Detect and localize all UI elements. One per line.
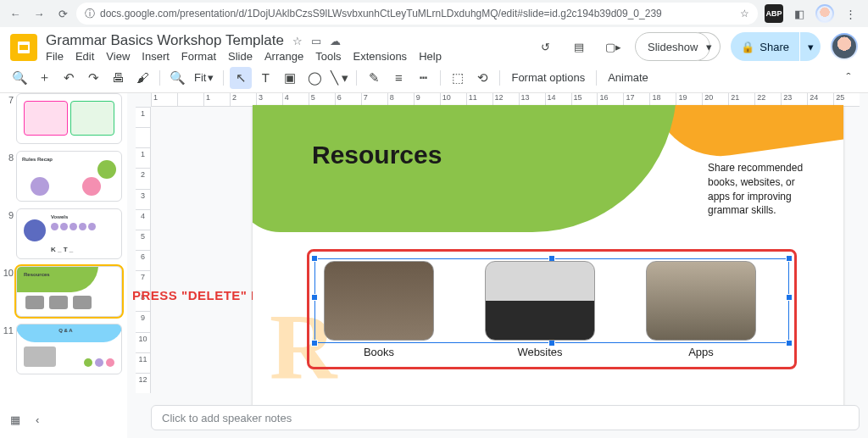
card-image[interactable]: [485, 261, 595, 341]
menu-arrange[interactable]: Arrange: [264, 50, 303, 63]
border-weight-button[interactable]: ≡: [387, 67, 409, 89]
thumb-num: 7: [2, 93, 14, 105]
menu-insert[interactable]: Insert: [142, 50, 170, 63]
selection-handle[interactable]: [311, 340, 318, 347]
app-header: Grammar Basics Workshop Template ☆ ▭ ☁ F…: [0, 27, 868, 63]
reload-button[interactable]: ⟳: [53, 3, 73, 24]
thumb-num: 10: [2, 266, 14, 278]
card-row: Books Websites Apps: [324, 261, 756, 358]
card-label: Apps: [646, 346, 756, 358]
new-slide-button[interactable]: ＋: [33, 67, 55, 89]
menu-help[interactable]: Help: [419, 50, 442, 63]
zoom-select[interactable]: Fit ▾: [191, 71, 217, 84]
selection-handle[interactable]: [786, 294, 793, 301]
meet-icon[interactable]: ▢▸: [601, 35, 625, 58]
toolbar: 🔍 ＋ ↶ ↷ 🖶 🖌 🔍 Fit ▾ ↖ T ▣ ◯ ╲ ▾ ✎ ≡ ┅ ⬚ …: [0, 63, 868, 93]
puzzle-icon[interactable]: ◧: [790, 4, 809, 23]
card-websites[interactable]: Websites: [485, 261, 595, 358]
thumb-num: 8: [2, 151, 14, 163]
thumb-num: 9: [2, 208, 14, 220]
slide-canvas[interactable]: Resources Share recommended books, websi…: [253, 105, 843, 408]
star-outline-icon[interactable]: ☆: [292, 35, 303, 47]
selection-handle[interactable]: [311, 294, 318, 301]
browser-chrome: ← → ⟳ ⓘ docs.google.com/presentation/d/1…: [0, 0, 868, 27]
forward-button[interactable]: →: [29, 3, 49, 24]
slides-logo[interactable]: [10, 34, 37, 61]
menu-bar: File Edit View Insert Format Slide Arran…: [46, 50, 525, 63]
url-bar[interactable]: ⓘ docs.google.com/presentation/d/1DojUAk…: [76, 3, 758, 25]
card-apps[interactable]: Apps: [646, 261, 756, 358]
filmstrip[interactable]: 7 8 Rules Recap 9 Vowels K _ T _ 10: [0, 93, 127, 438]
image-tool[interactable]: ▣: [279, 67, 301, 89]
slide-thumb-10[interactable]: Resources: [16, 266, 122, 317]
profile-avatar-small[interactable]: [815, 4, 834, 23]
paint-format-button[interactable]: 🖌: [131, 67, 153, 89]
speaker-notes[interactable]: Click to add speaker notes: [151, 405, 860, 430]
canvas-area: 1123456789101112131415161718192021222324…: [127, 93, 868, 438]
shape-tool[interactable]: ◯: [303, 67, 326, 89]
print-button[interactable]: 🖶: [107, 67, 129, 89]
grid-view-icon[interactable]: ▦: [10, 413, 20, 426]
slide-title[interactable]: Resources: [312, 141, 442, 169]
textbox-tool[interactable]: T: [254, 67, 276, 89]
menu-file[interactable]: File: [46, 50, 64, 63]
share-button[interactable]: 🔒 Share: [731, 32, 799, 61]
slide-thumb-9[interactable]: Vowels K _ T _: [16, 208, 122, 259]
card-image[interactable]: [646, 261, 756, 341]
site-info-icon[interactable]: ⓘ: [85, 7, 95, 21]
menu-view[interactable]: View: [106, 50, 130, 63]
slide-thumb-7[interactable]: [16, 93, 122, 144]
comments-icon[interactable]: ▤: [567, 35, 591, 58]
svg-rect-1: [19, 45, 28, 50]
search-menus-icon[interactable]: 🔍: [8, 67, 31, 89]
selection-handle[interactable]: [786, 340, 793, 347]
zoom-icon[interactable]: 🔍: [166, 67, 188, 89]
line-tool[interactable]: ╲ ▾: [328, 67, 350, 89]
border-dash-button[interactable]: ┅: [412, 67, 434, 89]
chrome-menu-icon[interactable]: ⋮: [841, 4, 860, 23]
lock-icon: 🔒: [741, 41, 754, 53]
menu-format[interactable]: Format: [181, 50, 216, 63]
thumb-num: 11: [2, 324, 14, 335]
collapse-filmstrip-icon[interactable]: ‹: [36, 413, 39, 426]
selection-handle[interactable]: [311, 255, 318, 262]
slideshow-dropdown[interactable]: ▾: [698, 32, 721, 61]
notes-placeholder: Click to add speaker notes: [162, 412, 292, 424]
card-image[interactable]: [324, 261, 434, 341]
extensions-area: ABP ◧ ⋮: [761, 4, 863, 23]
selection-handle[interactable]: [786, 255, 793, 262]
cloud-saved-icon: ☁: [330, 35, 341, 47]
decorative-swoosh-orange: [654, 105, 843, 164]
history-icon[interactable]: ↺: [533, 35, 557, 58]
document-title[interactable]: Grammar Basics Workshop Template: [46, 32, 284, 49]
format-options-button[interactable]: Format options: [506, 71, 590, 84]
share-dropdown[interactable]: ▾: [800, 32, 821, 61]
crop-button[interactable]: ⬚: [447, 67, 469, 89]
slide-thumb-11[interactable]: Q & A: [16, 324, 122, 374]
animate-button[interactable]: Animate: [603, 71, 654, 84]
menu-extensions[interactable]: Extensions: [353, 50, 408, 63]
extension-icon[interactable]: ABP: [765, 4, 783, 23]
back-button[interactable]: ←: [5, 3, 25, 24]
star-icon[interactable]: ☆: [740, 8, 749, 19]
menu-slide[interactable]: Slide: [228, 50, 253, 63]
undo-button[interactable]: ↶: [58, 67, 80, 89]
menu-tools[interactable]: Tools: [315, 50, 341, 63]
collapse-toolbar-icon[interactable]: ˆ: [837, 67, 860, 89]
url-text: docs.google.com/presentation/d/1DojUAklb…: [100, 8, 662, 19]
redo-button[interactable]: ↷: [82, 67, 104, 89]
card-label: Websites: [485, 346, 595, 358]
slide-subtitle[interactable]: Share recommended books, websites, or ap…: [708, 161, 818, 218]
slide-thumb-8[interactable]: Rules Recap: [16, 151, 122, 202]
card-books[interactable]: Books: [324, 261, 434, 358]
menu-edit[interactable]: Edit: [75, 50, 94, 63]
move-icon[interactable]: ▭: [311, 35, 321, 47]
reset-image-button[interactable]: ⟲: [471, 67, 493, 89]
card-label: Books: [324, 346, 434, 358]
select-tool[interactable]: ↖: [230, 67, 252, 89]
vertical-ruler: 1123456789101112: [136, 107, 151, 393]
border-color-button[interactable]: ✎: [363, 67, 385, 89]
account-avatar[interactable]: [831, 33, 858, 60]
main-area: 7 8 Rules Recap 9 Vowels K _ T _ 10: [0, 93, 868, 438]
